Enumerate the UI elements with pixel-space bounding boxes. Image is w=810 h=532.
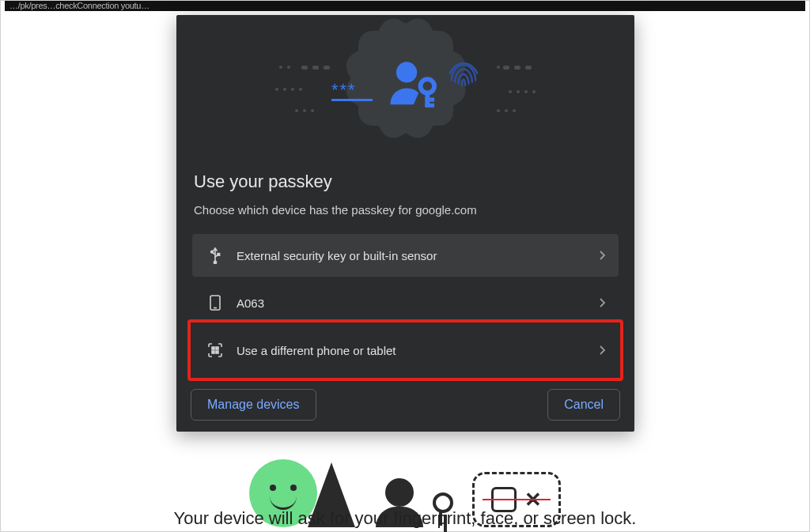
decor-dots — [295, 109, 314, 112]
manage-devices-button[interactable]: Manage devices — [191, 389, 316, 421]
dialog-hero: *** — [176, 15, 634, 141]
svg-rect-3 — [425, 98, 434, 102]
svg-rect-7 — [218, 254, 220, 256]
option-device-a063[interactable]: A063 — [192, 281, 619, 324]
page-caption: Your device will ask for your fingerprin… — [5, 508, 805, 529]
passkey-person-icon — [385, 56, 441, 111]
svg-point-5 — [214, 261, 216, 263]
decor-dots — [279, 66, 290, 69]
screenshot-frame: …/pk/pres…checkConnection youtu… ✕ Your … — [0, 0, 810, 532]
svg-rect-10 — [212, 347, 214, 349]
usb-icon — [205, 247, 225, 264]
svg-point-6 — [211, 251, 214, 253]
decor-dots — [275, 88, 302, 91]
option-label: A063 — [237, 296, 264, 310]
option-different-phone-tablet[interactable]: Use a different phone or tablet — [192, 329, 619, 372]
fingerprint-icon — [443, 55, 484, 96]
svg-point-0 — [396, 62, 416, 82]
cancel-button[interactable]: Cancel — [547, 389, 620, 421]
option-label: External security key or built-in sensor — [237, 249, 437, 262]
qr-icon — [205, 343, 225, 357]
address-bar: …/pk/pres…checkConnection youtu… — [5, 1, 805, 11]
chevron-right-icon — [600, 298, 606, 308]
svg-rect-11 — [216, 347, 218, 349]
chevron-right-icon — [600, 251, 606, 260]
svg-rect-13 — [216, 351, 218, 353]
decor-dots — [497, 66, 508, 69]
option-external-security-key[interactable]: External security key or built-in sensor — [192, 234, 619, 277]
dialog-subtitle: Choose which device has the passkey for … — [194, 203, 619, 217]
dialog-body: Use your passkey Choose which device has… — [176, 172, 634, 375]
dialog-actions: Manage devices Cancel — [176, 375, 634, 421]
passkey-dialog: *** — [176, 15, 634, 432]
decor-dots — [509, 90, 536, 93]
svg-rect-12 — [212, 351, 214, 353]
phone-icon — [205, 295, 225, 311]
svg-rect-4 — [425, 104, 434, 108]
password-asterisks-icon: *** — [331, 80, 373, 101]
decor-dots — [497, 109, 516, 112]
decor-dots — [301, 66, 330, 70]
dialog-title: Use your passkey — [194, 172, 619, 192]
chevron-right-icon — [600, 345, 606, 355]
option-label: Use a different phone or tablet — [237, 344, 396, 357]
